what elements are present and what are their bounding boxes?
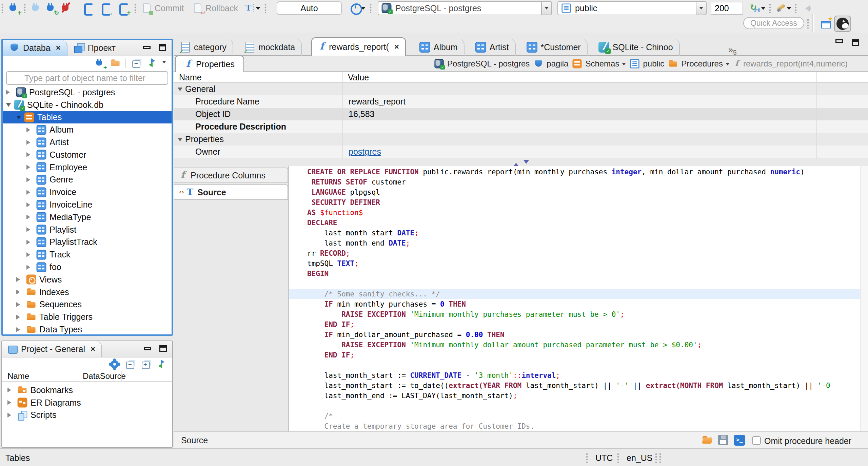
schema-combo-dropdown-button[interactable]	[696, 1, 707, 15]
group-collapse-icon[interactable]	[178, 88, 182, 94]
splitter-sash[interactable]	[174, 159, 868, 166]
tree-item-playlist[interactable]: Playlist	[3, 224, 172, 236]
editor-tab-artist[interactable]: Artist	[469, 39, 516, 56]
breadcrumb-rewards-report-int4-numeric[interactable]: frewards_report(int4,numeric)	[733, 58, 848, 69]
grid-column-name[interactable]: Name	[179, 73, 202, 82]
open-perspective-icon[interactable]	[821, 18, 831, 29]
expand-arrow-icon[interactable]	[26, 240, 33, 245]
new-sql-editor-button[interactable]: +	[117, 3, 128, 14]
schema-combo[interactable]: public	[557, 1, 696, 15]
group-collapse-icon[interactable]	[178, 138, 182, 144]
disconnect-button[interactable]	[60, 3, 71, 14]
tree-item-playlisttrack[interactable]: PlaylistTrack	[3, 236, 172, 249]
quick-access-input[interactable]	[743, 17, 804, 29]
subtab-source[interactable]: TSource	[174, 185, 288, 200]
view-menu-icon[interactable]	[162, 61, 166, 65]
open-file-icon[interactable]	[702, 435, 713, 446]
tree-item-tables[interactable]: Tables	[3, 111, 172, 124]
tree-item-postgresql-postgres[interactable]: PostgreSQL - postgres	[3, 86, 172, 99]
sash-up-arrow-icon[interactable]	[513, 160, 519, 167]
refresh-button[interactable]	[750, 3, 766, 14]
project-item-scripts[interactable]: Scripts	[2, 409, 172, 422]
editor-tab-customer[interactable]: *Customer	[520, 39, 588, 56]
save-icon[interactable]	[718, 435, 728, 445]
generate-mock-data-button[interactable]	[776, 3, 791, 14]
tab-project-general[interactable]: Project - General ×	[2, 341, 102, 357]
maximize-icon[interactable]	[159, 345, 167, 352]
fetch-size-input[interactable]	[711, 2, 743, 15]
minimize-icon[interactable]	[144, 347, 151, 350]
tab-database-navigator[interactable]: Databa ×	[3, 40, 67, 56]
breadcrumb-postgresql-postgres[interactable]: PostgreSQL - postgres	[434, 58, 530, 69]
expand-arrow-icon[interactable]	[16, 277, 22, 282]
persist-terminal-icon[interactable]: >_	[734, 435, 745, 446]
source-editor[interactable]: CREATE OR REPLACE FUNCTION public.reward…	[289, 166, 868, 431]
tree-item-mediatype[interactable]: MediaType	[3, 211, 172, 224]
sql-editor-button[interactable]	[82, 3, 93, 14]
tree-item-indexes[interactable]: Indexes	[3, 286, 172, 298]
grid-row-properties[interactable]: Properties	[174, 133, 868, 145]
editor-tab-category[interactable]: category	[174, 39, 233, 56]
breadcrumb-schemas[interactable]: Schemas	[572, 58, 626, 69]
expand-arrow-icon[interactable]	[16, 327, 22, 332]
grid-column-divider[interactable]	[342, 72, 343, 159]
collapse-all-icon[interactable]	[131, 58, 142, 69]
expand-arrow-icon[interactable]	[26, 165, 33, 170]
grid-row-procedure-description[interactable]: Procedure Description	[174, 120, 868, 133]
grid-column-value[interactable]: Value	[348, 73, 369, 82]
subtab-procedure-columns[interactable]: fProcedure Columns	[174, 168, 288, 183]
editor-tab-rewards-report[interactable]: frewards_report(×	[311, 37, 406, 56]
project-item-bookmarks[interactable]: Bookmarks	[2, 384, 172, 396]
column-name[interactable]: Name	[2, 371, 79, 381]
collapse-all-icon[interactable]	[125, 359, 136, 370]
maximize-icon[interactable]	[159, 44, 166, 51]
dropdown-caret-icon[interactable]	[726, 63, 730, 67]
expand-arrow-icon[interactable]	[26, 190, 33, 195]
object-filter-input[interactable]	[6, 71, 168, 85]
tree-item-invoice[interactable]: Invoice	[3, 186, 172, 198]
grid-column-divider[interactable]	[816, 72, 817, 159]
expand-arrow-icon[interactable]	[16, 302, 22, 307]
project-item-er-diagrams[interactable]: ER Diagrams	[2, 396, 172, 409]
minimize-icon[interactable]	[143, 46, 151, 49]
expand-arrow-icon[interactable]	[6, 90, 12, 95]
expand-arrow-icon[interactable]	[16, 315, 22, 319]
expand-arrow-icon[interactable]	[26, 265, 33, 270]
status-timezone[interactable]: UTC	[595, 453, 613, 463]
tree-item-views[interactable]: Views	[3, 273, 172, 286]
maximize-icon[interactable]	[852, 39, 859, 46]
rollback-button[interactable]: ↩Rollback	[192, 3, 238, 14]
commit-button[interactable]: Commit	[141, 3, 184, 14]
new-folder-icon[interactable]	[111, 58, 120, 68]
expand-arrow-icon[interactable]	[26, 128, 33, 132]
expand-all-icon[interactable]	[140, 359, 151, 370]
tab-properties[interactable]: f Properties	[175, 56, 244, 72]
expand-arrow-icon[interactable]	[16, 290, 22, 294]
reconnect-button[interactable]: ↻	[45, 3, 56, 14]
tree-item-invoiceline[interactable]: InvoiceLine	[3, 198, 172, 211]
open-sql-script-button[interactable]: →	[100, 3, 111, 14]
connection-combo-dropdown-button[interactable]	[542, 1, 552, 15]
link-with-editor-icon[interactable]	[146, 58, 157, 69]
back-history-button[interactable]	[802, 3, 812, 14]
tree-item-sequences[interactable]: Sequences	[3, 298, 172, 311]
tree-item-album[interactable]: Album	[3, 123, 172, 136]
grid-row-owner[interactable]: Ownerpostgres	[174, 145, 868, 158]
gear-icon[interactable]	[109, 359, 120, 370]
status-locale[interactable]: en_US	[627, 453, 652, 463]
expand-arrow-icon[interactable]	[26, 140, 33, 145]
expand-arrow-icon[interactable]	[26, 227, 33, 232]
new-connection-icon[interactable]: +	[95, 58, 105, 68]
collapse-arrow-icon[interactable]	[16, 116, 21, 122]
breadcrumb-public[interactable]: public	[629, 58, 664, 69]
editor-tab-mockdata[interactable]: mockdata	[238, 39, 302, 56]
close-icon[interactable]: ×	[91, 345, 95, 353]
owner-link[interactable]: postgres	[349, 147, 381, 156]
new-connection-button[interactable]: +	[8, 3, 19, 14]
expand-arrow-icon[interactable]	[26, 152, 33, 157]
tree-item-artist[interactable]: Artist	[3, 136, 172, 149]
commit-mode-combo[interactable]: Auto	[277, 1, 342, 15]
grid-row-procedure-name[interactable]: Procedure Namerewards_report	[174, 95, 868, 108]
transaction-log-button[interactable]	[350, 3, 366, 14]
tree-item-track[interactable]: Track	[3, 248, 172, 261]
